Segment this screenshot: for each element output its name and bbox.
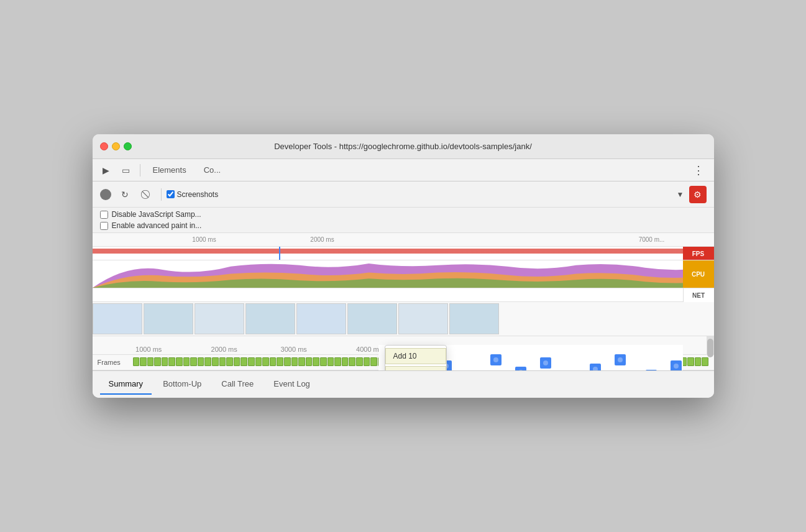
frame-item [334,357,341,366]
advanced-paint-option: Enable advanced paint in... [100,221,707,230]
reload-record-button[interactable]: ↻ [116,186,134,203]
advanced-paint-label: Enable advanced paint in... [112,221,202,230]
cpu-track: CPU [93,260,714,288]
blue-square-6 [540,357,551,369]
scrollbar-thumb[interactable] [707,339,713,357]
scrollbar[interactable] [707,336,714,354]
tab-elements[interactable]: Elements [145,163,194,177]
frame-item [226,357,233,366]
blue-square-5 [515,367,526,370]
blue-square-31 [671,360,682,370]
selection-line [279,247,280,260]
popup-menu: Add 10 Subtract 10 Stop Optimize Help [385,345,447,370]
frame-item [277,357,283,366]
tab-summary[interactable]: Summary [100,374,152,395]
frame-item [349,357,355,366]
frame-item [342,357,349,366]
dropdown-button[interactable]: ▼ [677,190,684,199]
screenshot-3 [195,303,244,334]
screenshot-8 [449,303,499,334]
frame-item [364,357,370,366]
top-ruler: 1000 ms 2000 ms 7000 m... [93,233,714,247]
frame-item [219,357,226,366]
bottom-tabs: Summary Bottom-Up Call Tree Event Log [93,370,714,398]
frame-item [687,357,694,366]
fps-label: FPS [683,247,714,260]
device-icon[interactable]: ▭ [117,162,135,179]
frame-item [306,357,313,366]
frame-item [176,357,183,366]
frame-item [147,357,154,366]
blue-square-4 [490,354,501,365]
frame-item [291,357,298,366]
frame-item [190,357,197,366]
fps-track: FPS [93,247,714,260]
cpu-label-text: CPU [692,271,705,278]
frame-item [298,357,305,366]
net-track: NET [93,288,714,302]
add-10-button[interactable]: Add 10 [385,348,446,364]
subtract-10-button[interactable]: Subtract 10 [385,366,446,370]
screenshot-4 [245,303,295,334]
devtools-window: Developer Tools - https://googlechrome.g… [93,134,714,398]
screenshot-6 [347,303,397,334]
screenshot-1 [93,303,142,334]
frame-item [702,357,708,366]
advanced-paint-checkbox[interactable] [100,222,108,230]
frame-item [234,357,240,366]
close-button[interactable] [100,142,108,150]
screenshot-5 [296,303,346,334]
b-mark-3000: 3000 ms [281,346,307,353]
header-divider [140,164,140,177]
window-title: Developer Tools - https://googlechrome.g… [274,142,532,151]
screenshot-7 [398,303,448,334]
more-menu-icon[interactable]: ⋮ [688,161,709,180]
blue-square-8 [590,364,601,370]
ruler-mark-7000: 7000 m... [639,236,665,243]
frame-item [262,357,269,366]
frame-item [183,357,190,366]
frame-item [313,357,319,366]
ruler-mark-1000: 1000 ms [192,236,216,243]
minimize-button[interactable] [112,142,120,150]
perf-options: Disable JavaScript Samp... Enable advanc… [93,208,714,233]
screenshots-label: Screenshots [177,190,219,199]
maximize-button[interactable] [124,142,132,150]
frame-item [327,357,334,366]
frame-item [198,357,204,366]
screenshots-checkbox[interactable] [167,190,175,198]
ruler-mark-2000: 2000 ms [310,236,334,243]
frame-item [204,357,211,366]
frame-item [140,357,147,366]
frame-item [168,357,175,366]
devtools-tab-bar: ▶ ▭ Elements Co... ⋮ [93,159,714,181]
b-mark-2000: 2000 ms [211,346,237,353]
cpu-label: CPU [683,260,714,288]
frame-item [248,357,255,366]
cpu-chart [93,260,714,288]
frame-item [133,357,140,366]
b-mark-1000: 1000 ms [135,346,162,353]
title-bar: Developer Tools - https://googlechrome.g… [93,134,714,159]
clear-button[interactable]: ⃠ [139,186,156,203]
frame-item [695,357,702,366]
tab-call-tree[interactable]: Call Tree [213,374,262,395]
frame-item [212,357,219,366]
blue-square-9 [615,354,626,365]
disable-js-label: Disable JavaScript Samp... [112,210,201,219]
blue-square-30 [646,370,657,370]
tab-console[interactable]: Co... [196,163,228,177]
frame-item [162,357,168,366]
screenshots-checkbox-group: Screenshots [167,190,219,199]
disable-js-option: Disable JavaScript Samp... [100,210,707,219]
frame-item [370,357,377,366]
tab-bottom-up[interactable]: Bottom-Up [154,374,210,395]
frame-item [284,357,291,366]
frame-item [320,357,327,366]
disable-js-checkbox[interactable] [100,211,108,219]
tab-event-log[interactable]: Event Log [265,374,319,395]
record-button[interactable] [100,189,111,200]
inspect-icon[interactable]: ▶ [98,162,115,179]
settings-button[interactable]: ⚙ [689,186,707,203]
fps-label-text: FPS [692,250,704,257]
